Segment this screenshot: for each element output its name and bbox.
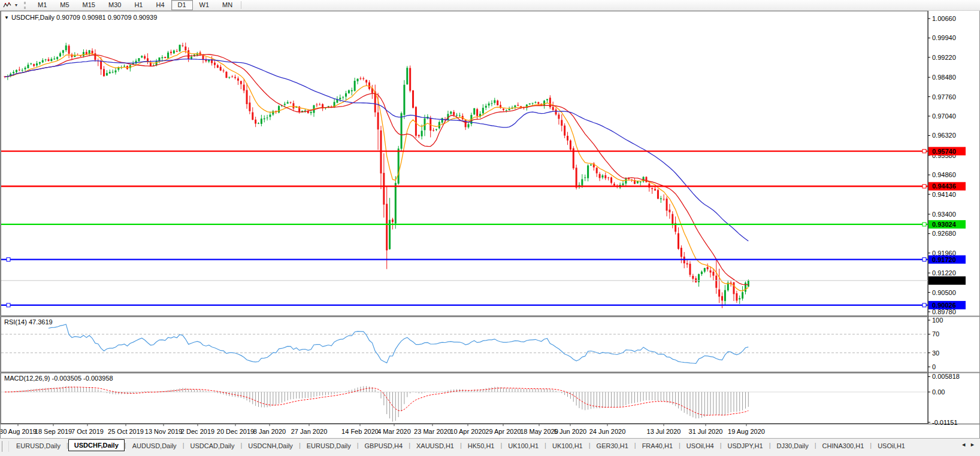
price-tick-label: 0.98480 [932, 74, 956, 81]
toolbar-grip[interactable] [24, 2, 29, 9]
tabbar-left-strip [2, 441, 9, 452]
chart-title-text: USDCHF,Daily 0.90709 0.90981 0.90709 0.9… [11, 14, 157, 21]
rsi-tick-label: 70 [932, 330, 939, 338]
chart-tab-usoil-h1[interactable]: USOil,H1 [872, 440, 911, 452]
chart-tab-hk50-h1[interactable]: HK50,H1 [462, 440, 501, 452]
draw-tool-group: ▾ [0, 0, 20, 10]
timeframe-button-h4[interactable]: H4 [149, 0, 171, 10]
chart-tabs: EURUSD,Daily|USDCHF,Daily|AUDUSD,Daily|U… [10, 440, 911, 452]
date-tick-label: 14 Feb 2020 [341, 428, 379, 435]
chart-tabbar: EURUSD,Daily|USDCHF,Daily|AUDUSD,Daily|U… [0, 438, 980, 456]
macd-tick-label: -0.01151 [932, 419, 958, 426]
chart-tab-china300-h1[interactable]: CHINA300,H1 [816, 440, 870, 452]
level-handle[interactable] [922, 150, 926, 153]
chart-tab-gbpusd-h4[interactable]: GBPUSD,H4 [359, 440, 409, 452]
chart-tab-audusd-daily[interactable]: AUDUSD,Daily [126, 440, 183, 452]
tab-scroll-right-icon[interactable]: ► [970, 442, 975, 448]
chart-tab-usoil-h4[interactable]: USOil,H4 [680, 440, 720, 452]
level-handle[interactable] [922, 303, 926, 307]
rsi-tick-label: 0 [932, 363, 936, 370]
level-handle[interactable] [922, 184, 926, 188]
chart-window: 1.006600.999400.992200.984800.977600.970… [0, 11, 980, 438]
tool-dropdown-icon[interactable]: ▾ [13, 1, 19, 10]
timeframe-buttons: M1M5M15M30H1H4D1W1MN [31, 0, 239, 10]
timeframe-button-h1[interactable]: H1 [128, 0, 149, 10]
chart-canvas[interactable]: 1.006600.999400.992200.984800.977600.970… [1, 11, 979, 438]
price-tick-label: 0.97040 [932, 113, 956, 120]
date-tick-label: 29 Apr 2020 [485, 428, 521, 435]
date-tick-label: 23 Mar 2020 [414, 428, 451, 435]
chart-tab-usdcnh-daily[interactable]: USDCNH,Daily [242, 440, 299, 452]
price-tick-label: 0.93400 [932, 211, 956, 218]
rsi-tick-label: 100 [932, 317, 943, 324]
chart-tab-ger30-h1[interactable]: GER30,H1 [591, 440, 634, 452]
date-tick-label: 24 Jun 2020 [589, 428, 626, 435]
current-price-label: 0.90939 [932, 277, 956, 284]
level-handle[interactable] [7, 303, 10, 307]
date-tick-label: 7 Oct 2019 [71, 428, 104, 435]
level-price-label: 0.91720 [932, 256, 956, 263]
chart-tab-usdjpy-h1[interactable]: USDJPY,H1 [722, 440, 769, 452]
price-tick-label: 0.91220 [932, 269, 956, 276]
level-price-label: 0.94436 [932, 183, 956, 190]
rsi-indicator-label: RSI(14) 47.3619 [4, 318, 53, 326]
toolbar-separator [241, 1, 241, 9]
chart-title[interactable]: ▼USDCHF,Daily 0.90709 0.90981 0.90709 0.… [4, 14, 157, 21]
macd-tick-label: 0.00 [932, 388, 945, 396]
date-tick-label: 25 Oct 2019 [108, 428, 144, 435]
macd-tick-label: 0.005818 [932, 373, 960, 380]
price-tick-label: 0.99940 [932, 34, 956, 41]
price-tick-label: 1.00660 [932, 15, 956, 22]
price-tick-label: 0.94140 [932, 191, 956, 198]
level-price-label: 0.93024 [932, 221, 957, 228]
mt4-window: ▾ M1M5M15M30H1H4D1W1MN 1.006600.999400.9… [0, 0, 980, 456]
chart-tab-eurusd-daily[interactable]: EURUSD,Daily [10, 440, 66, 452]
chart-tab-uk100-h1[interactable]: UK100,H1 [502, 440, 545, 452]
date-tick-label: 19 Aug 2020 [728, 428, 765, 435]
date-tick-label: 18 Sep 2019 [35, 428, 72, 435]
chart-tab-usdcad-daily[interactable]: USDCAD,Daily [184, 440, 240, 452]
date-tick-label: 4 Mar 2020 [377, 428, 411, 435]
timeframe-button-m5[interactable]: M5 [53, 0, 75, 10]
macd-indicator-label: MACD(12,26,9) -0.003505 -0.003958 [4, 375, 113, 382]
price-tick-label: 0.99220 [932, 54, 956, 61]
date-tick-label: 20 Dec 2019 [217, 428, 254, 435]
level-handle[interactable] [7, 258, 10, 262]
date-tick-label: 8 Jan 2020 [253, 428, 286, 435]
price-tick-label: 0.90500 [932, 289, 956, 296]
chart-tab-xauusd-h1[interactable]: XAUUSD,H1 [410, 440, 460, 452]
timeframe-button-m30[interactable]: M30 [102, 0, 128, 10]
rsi-tick-label: 30 [932, 349, 939, 357]
date-tick-label: 5 Jun 2020 [554, 428, 586, 435]
level-price-label: 0.90026 [932, 302, 956, 309]
polyline-indicator-tool-icon[interactable] [1, 1, 13, 10]
timeframe-button-m1[interactable]: M1 [31, 0, 53, 10]
timeframe-button-d1[interactable]: D1 [171, 0, 193, 10]
price-tick-label: 0.97760 [932, 93, 956, 101]
timeframe-button-w1[interactable]: W1 [193, 0, 216, 10]
level-price-label: 0.95740 [932, 148, 956, 155]
date-tick-label: 10 Apr 2020 [450, 428, 485, 435]
chart-tab-dj30-daily[interactable]: DJ30,Daily [771, 440, 815, 452]
symbol-dropdown-icon[interactable]: ▼ [4, 15, 9, 20]
timeframe-button-m15[interactable]: M15 [76, 0, 102, 10]
date-tick-label: 2 Dec 2019 [181, 428, 214, 435]
date-tick-label: 27 Jan 2020 [291, 428, 328, 435]
macd-pane[interactable] [1, 373, 928, 424]
level-handle[interactable] [922, 258, 926, 262]
chart-tab-fra40-h1[interactable]: FRA40,H1 [636, 440, 679, 452]
chart-tab-uk100-h1[interactable]: UK100,H1 [546, 440, 589, 452]
chart-tab-usdchf-daily[interactable]: USDCHF,Daily [68, 439, 125, 451]
chart-tab-eurusd-daily[interactable]: EURUSD,Daily [301, 440, 357, 452]
price-tick-label: 0.94860 [932, 171, 956, 178]
tab-scroll-left-icon[interactable]: ◄ [961, 442, 966, 448]
timeframe-toolbar: ▾ M1M5M15M30H1H4D1W1MN [0, 0, 980, 11]
timeframe-button-mn[interactable]: MN [216, 0, 239, 10]
date-tick-label: 13 Jul 2020 [647, 428, 681, 435]
date-tick-label: 18 May 2020 [520, 428, 558, 435]
tab-scrollers: ◄ ► [958, 440, 980, 448]
price-pane[interactable] [1, 11, 928, 316]
date-tick-label: 30 Aug 2019 [1, 428, 37, 435]
date-tick-label: 31 Jul 2020 [689, 428, 723, 435]
level-handle[interactable] [922, 223, 926, 226]
